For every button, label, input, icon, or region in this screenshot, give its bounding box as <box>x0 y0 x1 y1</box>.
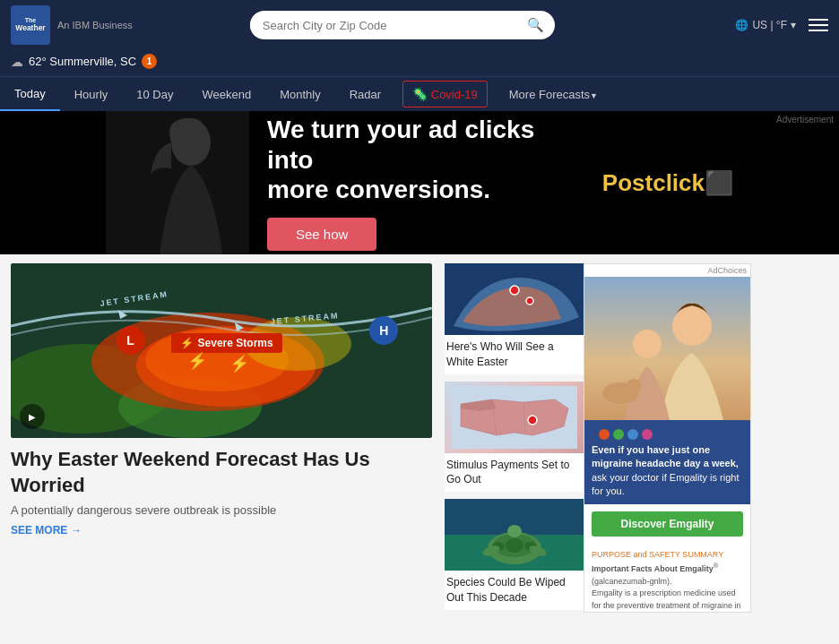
ad-banner: Advertisement We turn your ad clicks int… <box>0 111 839 254</box>
ad-text-area: We turn your ad clicks intomore conversi… <box>267 115 567 251</box>
nav-radar[interactable]: Radar <box>335 79 395 110</box>
lightning-icon-2: ⚡ <box>229 354 249 374</box>
news-card-0[interactable]: Here's Who Will See a White Easter <box>445 263 584 374</box>
unit-text: US | °F <box>752 19 787 31</box>
lightning-icon: ⚡ <box>180 337 194 349</box>
logo[interactable]: The Weather An IBM Business <box>11 5 154 45</box>
dot-pink <box>642 429 653 440</box>
temperature-location: 62° Summerville, SC <box>29 55 136 68</box>
news-card-image-2 <box>445 499 584 571</box>
lightning-icon-1: ⚡ <box>187 351 207 371</box>
nav-monthly[interactable]: Monthly <box>265 79 335 110</box>
play-button[interactable]: ▶ <box>20 404 45 429</box>
nav-today[interactable]: Today <box>0 78 60 111</box>
ad-cta-button[interactable]: See how <box>267 218 376 251</box>
right-ad: AdChoices <box>584 263 751 613</box>
hamburger-menu[interactable] <box>809 19 828 31</box>
featured-article: JET STREAM JET STREAM L ⚡ Severe Storms … <box>11 263 432 613</box>
ad-choices-label[interactable]: AdChoices <box>584 264 750 277</box>
ad-label: Advertisement <box>776 115 834 125</box>
emgality-people <box>584 277 750 420</box>
woman-silhouette <box>106 111 249 254</box>
news-card-2[interactable]: Species Could Be Wiped Out This Decade <box>445 499 584 610</box>
svg-point-32 <box>633 330 662 358</box>
ad-brand: Postclick⬛ <box>602 169 733 197</box>
location-bar: ☁ 62° Summerville, SC 1 <box>0 50 839 76</box>
news-card-1[interactable]: Stimulus Payments Set to Go Out <box>445 382 584 493</box>
ad-overlay-text: Even if you have just one migraine heada… <box>592 443 743 499</box>
svg-point-19 <box>528 416 537 425</box>
svg-point-14 <box>510 286 519 295</box>
low-pressure-system: L <box>117 326 145 355</box>
ad-headline: We turn your ad clicks intomore conversi… <box>267 115 567 205</box>
discover-emgality-button[interactable]: Discover Emgality <box>592 511 743 537</box>
turtle-image <box>445 499 584 571</box>
nav-hourly[interactable]: Hourly <box>60 79 123 110</box>
news-card-title-0: Here's Who Will See a White Easter <box>445 335 584 374</box>
us-map-svg <box>452 386 577 449</box>
right-ad-column: AdChoices <box>584 263 751 613</box>
see-more-link[interactable]: SEE MORE → <box>11 524 432 537</box>
color-dots <box>592 425 743 443</box>
svg-point-27 <box>507 525 522 537</box>
notification-badge[interactable]: 1 <box>142 54 157 69</box>
svg-point-31 <box>672 306 712 346</box>
chevron-down-icon: ▾ <box>791 19 796 31</box>
globe-icon: 🌐 <box>735 19 748 31</box>
header: The Weather An IBM Business 🔍 🌐 US | °F … <box>0 0 839 50</box>
news-card-image-0 <box>445 263 584 335</box>
search-input[interactable] <box>250 13 516 39</box>
ad-woman-image <box>106 111 249 254</box>
news-cards-column: Here's Who Will See a White Easter <box>445 263 584 613</box>
nav-10day[interactable]: 10 Day <box>122 79 187 110</box>
featured-title: Why Easter Weekend Forecast Has Us Worri… <box>11 447 432 498</box>
featured-image: JET STREAM JET STREAM L ⚡ Severe Storms … <box>11 263 432 438</box>
svg-point-34 <box>627 379 641 393</box>
us-map-image <box>445 382 584 453</box>
search-bar[interactable]: 🔍 <box>250 11 555 39</box>
ad-right-legal-text: PURPOSE and SAFETY SUMMARY Important Fac… <box>584 544 750 613</box>
nav-covid[interactable]: 🦠 Covid-19 <box>402 81 488 107</box>
featured-description: A potentially dangerous severe outbreak … <box>11 503 432 517</box>
nav-more-forecasts[interactable]: More Forecasts <box>495 79 612 110</box>
dot-blue <box>627 429 638 440</box>
ad-banner-content: We turn your ad clicks intomore conversi… <box>106 111 733 254</box>
arrow-right-icon: → <box>71 524 82 537</box>
news-card-title-2: Species Could Be Wiped Out This Decade <box>445 571 584 610</box>
news-card-title-1: Stimulus Payments Set to Go Out <box>445 453 584 493</box>
dot-green <box>613 429 624 440</box>
nav-weekend[interactable]: Weekend <box>187 79 265 110</box>
main-content: JET STREAM JET STREAM L ⚡ Severe Storms … <box>0 254 839 622</box>
ad-right-image <box>584 277 750 420</box>
weather-channel-logo: The Weather <box>11 5 50 45</box>
svg-point-24 <box>506 538 523 553</box>
header-right: 🌐 US | °F ▾ <box>735 19 828 31</box>
dot-orange <box>599 429 610 440</box>
svg-point-15 <box>526 297 533 305</box>
virus-icon: 🦠 <box>412 87 428 101</box>
high-pressure-system: H <box>369 316 398 345</box>
ibm-text: An IBM Business <box>57 20 133 30</box>
white-easter-map <box>445 263 584 335</box>
news-card-image-1 <box>445 382 584 453</box>
cloud-icon: ☁ <box>11 55 23 69</box>
ad-right-overlay: Even if you have just one migraine heada… <box>584 420 750 504</box>
location-unit[interactable]: 🌐 US | °F ▾ <box>735 19 796 31</box>
nav-bar: Today Hourly 10 Day Weekend Monthly Rada… <box>0 76 839 111</box>
search-button[interactable]: 🔍 <box>516 11 555 39</box>
